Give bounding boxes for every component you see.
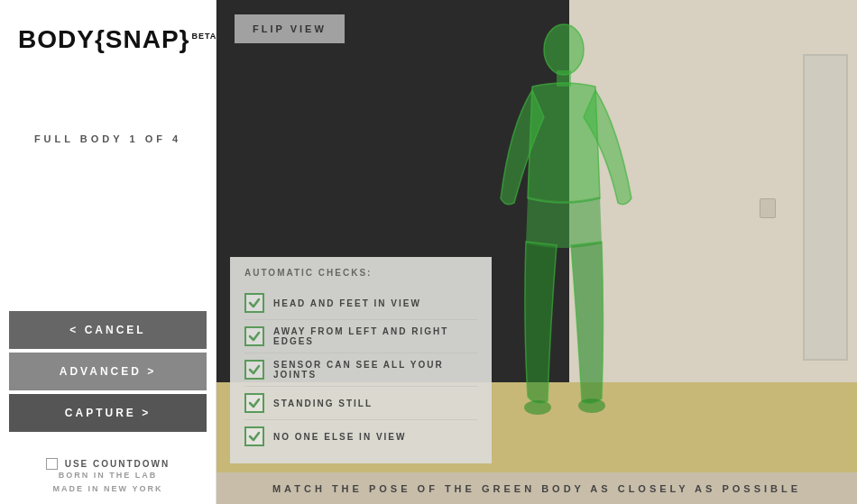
countdown-row: USE COUNTDOWN xyxy=(46,458,170,470)
check-text-3: STANDING STILL xyxy=(273,399,373,408)
beta-badge: BETA xyxy=(192,32,217,41)
check-item-head-feet: HEAD AND FEET IN VIEW xyxy=(244,287,477,320)
logo-text: BODY{SNAP}BETA xyxy=(18,25,217,53)
check-text-1: AWAY FROM LEFT AND RIGHT EDGES xyxy=(273,326,477,346)
door-right xyxy=(803,54,848,361)
outlet xyxy=(760,198,776,218)
checks-title: AUTOMATIC CHECKS: xyxy=(244,268,477,278)
logo-main: {SNAP} xyxy=(95,25,190,53)
check-text-4: NO ONE ELSE IN VIEW xyxy=(273,432,406,442)
green-body-overlay xyxy=(483,18,645,460)
logo: BODY{SNAP}BETA xyxy=(18,27,217,52)
sidebar-buttons: < CANCEL ADVANCED > CAPTURE > xyxy=(0,311,216,432)
check-item-joints: SENSOR CAN SEE ALL YOUR JOINTS xyxy=(244,353,477,387)
check-icon-2 xyxy=(244,360,264,380)
check-text-0: HEAD AND FEET IN VIEW xyxy=(273,298,421,308)
svg-point-3 xyxy=(578,399,605,413)
check-icon-4 xyxy=(244,426,264,446)
sidebar: BODY{SNAP}BETA FULL BODY 1 OF 4 < CANCEL… xyxy=(0,0,217,504)
footer-line2: MADE IN NEW YORK xyxy=(53,482,163,495)
footer-text: BORN IN THE LAB MADE IN NEW YORK xyxy=(53,469,163,495)
check-icon-0 xyxy=(244,293,264,313)
countdown-checkbox[interactable] xyxy=(46,458,58,470)
camera-area: FLIP VIEW AUTOMATIC CHECKS: HEAD AND FEE… xyxy=(217,0,857,504)
check-text-2: SENSOR CAN SEE ALL YOUR JOINTS xyxy=(273,360,477,380)
logo-prefix: BODY xyxy=(18,25,95,53)
instruction-text: MATCH THE POSE OF THE GREEN BODY AS CLOS… xyxy=(272,483,801,494)
footer-line1: BORN IN THE LAB xyxy=(53,469,163,481)
advanced-button[interactable]: ADVANCED > xyxy=(9,353,207,390)
svg-point-0 xyxy=(544,24,584,75)
check-icon-1 xyxy=(244,326,264,346)
checks-panel: AUTOMATIC CHECKS: HEAD AND FEET IN VIEW … xyxy=(230,257,492,463)
countdown-label: USE COUNTDOWN xyxy=(65,459,170,469)
instruction-bar: MATCH THE POSE OF THE GREEN BODY AS CLOS… xyxy=(217,472,857,504)
svg-point-2 xyxy=(524,400,551,415)
check-item-still: STANDING STILL xyxy=(244,387,477,420)
check-item-no-one: NO ONE ELSE IN VIEW xyxy=(244,420,477,453)
check-icon-3 xyxy=(244,393,264,413)
cancel-button[interactable]: < CANCEL xyxy=(9,311,207,349)
check-item-edges: AWAY FROM LEFT AND RIGHT EDGES xyxy=(244,320,477,353)
flip-view-button[interactable]: FLIP VIEW xyxy=(235,14,345,43)
step-label: FULL BODY 1 OF 4 xyxy=(34,133,181,144)
logo-area: BODY{SNAP}BETA xyxy=(0,0,216,61)
capture-button[interactable]: CAPTURE > xyxy=(9,394,207,432)
